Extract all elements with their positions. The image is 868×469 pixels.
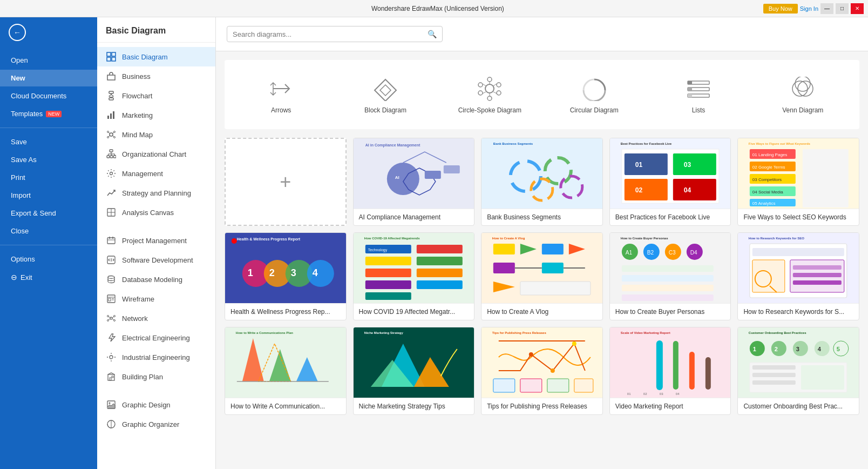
- new-template-button[interactable]: +: [225, 138, 347, 226]
- sidebar-item-templates[interactable]: Templates NEW: [0, 105, 97, 122]
- sidebar-item-save[interactable]: Save: [0, 133, 97, 150]
- category-item-building[interactable]: Building Plan: [97, 367, 215, 386]
- sidebar-item-open[interactable]: Open: [0, 52, 97, 69]
- block-label: Block Diagram: [364, 106, 406, 114]
- svg-rect-172: [793, 280, 842, 285]
- svg-text:Customer Onboarding Best Pract: Customer Onboarding Best Practices: [749, 331, 806, 334]
- svg-text:D4: D4: [690, 250, 697, 256]
- sidebar-item-cloud[interactable]: Cloud Documents: [0, 88, 97, 104]
- template-covid[interactable]: How COVID-19 Affected Megatrends Technol…: [353, 232, 475, 320]
- sidebar-item-saveas[interactable]: Save As: [0, 151, 97, 168]
- template-communications[interactable]: How to Write a Communications Plan How t…: [225, 327, 347, 415]
- svg-point-39: [108, 276, 114, 279]
- category-item-wireframe[interactable]: Wireframe: [97, 289, 215, 309]
- sign-in-button[interactable]: Sign In: [800, 5, 818, 12]
- svg-point-29: [110, 172, 113, 175]
- svg-marker-143: [520, 244, 537, 254]
- category-label-wireframe: Wireframe: [122, 295, 154, 303]
- minimize-button[interactable]: —: [820, 3, 833, 14]
- search-box[interactable]: 🔍: [227, 26, 443, 42]
- category-item-project[interactable]: Project Management: [97, 231, 215, 250]
- svg-line-18: [109, 136, 110, 137]
- category-item-mindmap[interactable]: Mind Map: [97, 125, 215, 144]
- category-item-strategy[interactable]: Strategy and Planning: [97, 183, 215, 203]
- svg-rect-199: [750, 341, 765, 356]
- category-item-database[interactable]: Database Modeling: [97, 270, 215, 289]
- category-item-business[interactable]: Business: [97, 66, 215, 86]
- template-vlog[interactable]: How to Create A Vlog: [481, 232, 603, 320]
- search-input[interactable]: [233, 30, 428, 38]
- category-item-analysis[interactable]: Analysis Canvas: [97, 203, 215, 222]
- shape-circle-spoke[interactable]: Circle-Spoke Diagram: [440, 66, 540, 123]
- template-ai-compliance[interactable]: AI in Compliance Management AI AI Compli…: [353, 138, 475, 226]
- buy-now-button[interactable]: Buy Now: [763, 4, 798, 14]
- svg-text:04 Social Media: 04 Social Media: [752, 190, 783, 195]
- svg-point-11: [110, 133, 113, 136]
- close-button[interactable]: ✕: [851, 3, 864, 14]
- category-item-electrical[interactable]: Electrical Engineering: [97, 328, 215, 347]
- back-button[interactable]: ←: [9, 24, 89, 41]
- template-customer-onboarding[interactable]: Customer Onboarding Best Practices 1 2 3…: [737, 327, 859, 415]
- template-seo-keywords[interactable]: Five Ways to Figure out What Keywords 01…: [737, 138, 859, 226]
- template-press-releases[interactable]: Tips for Publishing Press Releases: [481, 327, 603, 415]
- svg-line-52: [109, 319, 110, 320]
- template-video-marketing[interactable]: Scale of Video Marketing Report 01 02 03…: [609, 327, 731, 415]
- category-item-management[interactable]: Management: [97, 164, 215, 183]
- svg-text:03 Competitors: 03 Competitors: [752, 177, 782, 182]
- sidebar-item-new[interactable]: New: [0, 70, 97, 86]
- category-item-flowchart[interactable]: Flowchart: [97, 86, 215, 105]
- template-facebook-live[interactable]: Best Practices for Facebook Live 01 02 0…: [609, 138, 731, 226]
- svg-text:01 Landing Pages: 01 Landing Pages: [752, 152, 788, 157]
- template-bank-business[interactable]: Bank Business Segments Bank Business Seg…: [481, 138, 603, 226]
- svg-rect-9: [110, 113, 112, 119]
- svg-text:How to Research Keywords for S: How to Research Keywords for SEO: [749, 237, 804, 240]
- template-niche-marketing[interactable]: Niche Marketing Strategy Niche Marketing…: [353, 327, 475, 415]
- category-item-basic[interactable]: Basic Diagram: [97, 47, 215, 66]
- category-item-organizer[interactable]: Graphic Organizer: [97, 414, 215, 434]
- category-item-network[interactable]: Network: [97, 309, 215, 328]
- svg-text:02: 02: [643, 392, 647, 396]
- svg-text:2: 2: [269, 267, 275, 278]
- maximize-button[interactable]: □: [836, 3, 849, 14]
- wireframe-icon: [106, 293, 117, 304]
- facebook-live-label: Best Practices for Facebook Live: [610, 209, 731, 225]
- lists-icon: [682, 75, 715, 102]
- template-buyer-personas[interactable]: How to Create Buyer Personas A1 B2 C3 D4: [609, 232, 731, 320]
- block-icon: [369, 75, 402, 102]
- project-icon: [106, 235, 117, 246]
- svg-rect-179: [360, 327, 467, 398]
- content-header: 🔍: [216, 17, 868, 51]
- category-item-software[interactable]: Software Development: [97, 250, 215, 270]
- svg-rect-81: [688, 88, 692, 91]
- sidebar-item-exit[interactable]: ⊖ Exit: [0, 269, 97, 286]
- template-health-wellness[interactable]: Health & Wellness Progress Report 1 2 3 …: [225, 232, 347, 320]
- orgchart-icon: [106, 149, 117, 159]
- svg-rect-10: [113, 111, 114, 119]
- category-item-industrial[interactable]: Industrial Engineering: [97, 347, 215, 367]
- svg-text:How to Write a Communications : How to Write a Communications Plan: [236, 331, 294, 334]
- shape-lists[interactable]: Lists: [648, 66, 748, 123]
- circle-spoke-icon: [473, 75, 506, 102]
- category-panel: Basic Diagram Basic Diagram Business: [97, 17, 216, 469]
- sidebar-item-import[interactable]: Import: [0, 187, 97, 204]
- sidebar-item-options[interactable]: Options: [0, 251, 97, 267]
- shape-venn[interactable]: Venn Diagram: [753, 66, 853, 123]
- titlebar-title: Wondershare EdrawMax (Unlicensed Version…: [112, 5, 763, 12]
- svg-rect-42: [109, 298, 111, 301]
- svg-rect-118: [803, 149, 849, 207]
- svg-point-67: [497, 91, 501, 95]
- communications-label: How to Write A Communication...: [225, 398, 346, 414]
- template-research-keywords[interactable]: How to Research Keywords for SEO: [737, 232, 859, 320]
- category-item-orgchart[interactable]: Organizational Chart: [97, 144, 215, 164]
- svg-text:Tips for Publishing Press Rele: Tips for Publishing Press Releases: [492, 331, 547, 334]
- templates-badge: NEW: [46, 111, 62, 117]
- shape-arrows[interactable]: Arrows: [231, 66, 331, 123]
- shape-block[interactable]: Block Diagram: [335, 66, 435, 123]
- customer-onboarding-label: Customer Onboarding Best Prac...: [738, 398, 859, 414]
- sidebar-item-close[interactable]: Close: [0, 223, 97, 239]
- category-item-graphic[interactable]: Graphic Design: [97, 395, 215, 414]
- sidebar-item-print[interactable]: Print: [0, 169, 97, 186]
- sidebar-item-export[interactable]: Export & Send: [0, 205, 97, 222]
- shape-circular[interactable]: Circular Diagram: [544, 66, 644, 123]
- category-item-marketing[interactable]: Marketing: [97, 105, 215, 125]
